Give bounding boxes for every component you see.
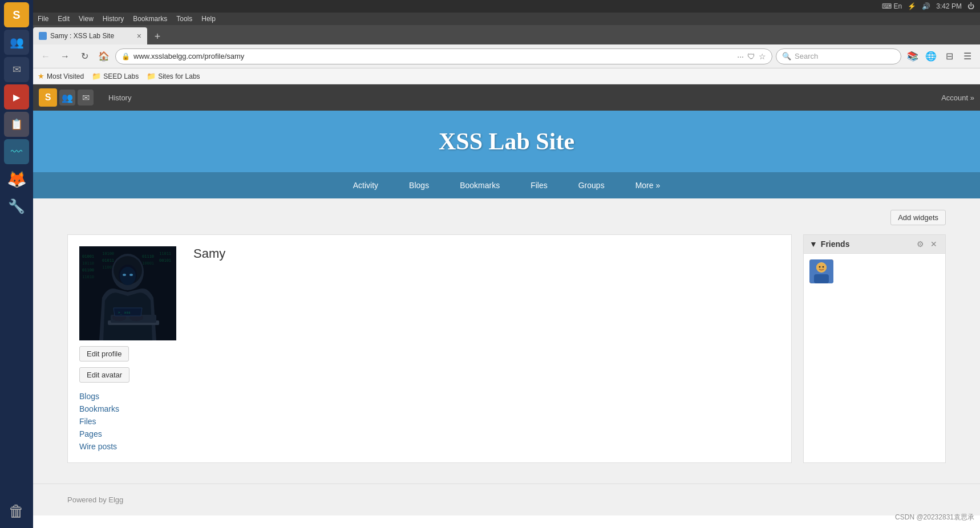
svg-text:01001: 01001 <box>82 254 94 259</box>
nav-files[interactable]: Files <box>524 177 554 193</box>
site-app-history[interactable]: History <box>104 91 136 104</box>
library-icon[interactable]: 📚 <box>905 48 921 64</box>
svg-text:10110: 10110 <box>82 261 94 266</box>
content-layout: 01001 10110 01100 11010 10100 01011 1100… <box>67 234 946 463</box>
s-app-icon[interactable]: S <box>4 2 29 27</box>
forward-button[interactable]: → <box>57 48 73 64</box>
search-icon: 🔍 <box>782 52 791 60</box>
footer-text: Powered by Elgg <box>67 495 123 504</box>
profile-link-files[interactable]: Files <box>79 417 182 426</box>
account-link[interactable]: Account » <box>941 94 974 102</box>
profile-avatar-image: 01001 10110 01100 11010 10100 01011 1100… <box>79 246 176 340</box>
watermark: CSDN @20232831袁思承 <box>895 513 974 522</box>
bookmark-most-visited[interactable]: ★ Most Visited <box>38 72 84 80</box>
svg-point-20 <box>123 274 126 276</box>
profile-link-pages[interactable]: Pages <box>79 429 182 438</box>
widget-title-text: Friends <box>821 239 850 249</box>
menu-bar: File Edit View History Bookmarks Tools H… <box>33 13 980 25</box>
profile-link-wire-posts[interactable]: Wire posts <box>79 442 182 451</box>
nav-right-icons: 📚 🌐 ⊟ ☰ <box>905 48 975 64</box>
nav-groups[interactable]: Groups <box>572 177 612 193</box>
new-tab-button[interactable]: + <box>149 29 165 44</box>
svg-text:10100: 10100 <box>102 251 114 256</box>
tab-bar: Samy : XSS Lab Site × + <box>33 25 980 44</box>
url-menu-icon[interactable]: ··· <box>737 52 744 61</box>
profile-avatar-section: 01001 10110 01100 11010 10100 01011 1100… <box>79 246 182 451</box>
back-button[interactable]: ← <box>38 48 54 64</box>
home-button[interactable]: 🏠 <box>96 48 112 64</box>
svg-text:10001: 10001 <box>142 261 154 266</box>
edit-profile-button[interactable]: Edit profile <box>79 346 129 362</box>
widget-close-icon[interactable]: ✕ <box>928 238 939 250</box>
site-header: XSS Lab Site <box>33 111 980 172</box>
widget-title: ▼ Friends <box>809 239 849 249</box>
nav-more[interactable]: More » <box>629 177 667 193</box>
bookmark-seed-labs[interactable]: 📁 SEED Labs <box>92 72 139 80</box>
firefox-app-icon[interactable]: 🦊 <box>4 166 29 192</box>
url-bar[interactable]: 🔒 www.xsslabelgg.com/profile/samy ··· 🛡 … <box>115 48 772 64</box>
edit-avatar-button[interactable]: Edit avatar <box>79 367 129 383</box>
site-app-bar: S 👥 ✉ History Account » <box>33 84 980 111</box>
profile-link-bookmarks[interactable]: Bookmarks <box>79 404 182 413</box>
bookmark-seed-labs-label: SEED Labs <box>103 72 139 80</box>
email-app-icon[interactable]: ✉ <box>4 57 29 82</box>
url-star-icon[interactable]: ☆ <box>759 52 766 61</box>
widget-icons: ⚙ ✕ <box>914 238 939 250</box>
nav-blogs[interactable]: Blogs <box>402 177 436 193</box>
hamburger-menu[interactable]: ☰ <box>959 48 975 64</box>
wave-app-icon[interactable]: 〰 <box>4 139 29 164</box>
reload-button[interactable]: ↻ <box>76 48 92 64</box>
nav-activity[interactable]: Activity <box>346 177 385 193</box>
bookmark-sites-for-labs[interactable]: 📁 Sites for Labs <box>147 72 200 80</box>
add-widgets-button[interactable]: Add widgets <box>890 210 946 225</box>
profile-info-section: Samy <box>193 246 780 451</box>
menu-bookmarks[interactable]: Bookmarks <box>133 15 167 23</box>
svg-point-19 <box>120 267 136 285</box>
tab-favicon <box>39 32 47 40</box>
menu-tools[interactable]: Tools <box>176 15 192 23</box>
profile-name: Samy <box>193 246 780 261</box>
folder-sites-icon: 📁 <box>147 72 156 80</box>
trash-icon[interactable]: 🗑 <box>4 498 29 523</box>
widget-body <box>804 254 945 289</box>
friend-avatar-1[interactable] <box>809 259 833 283</box>
menu-help[interactable]: Help <box>201 15 216 23</box>
tools-app-icon[interactable]: 🔧 <box>4 194 29 219</box>
bluetooth-icon: ⚡ <box>908 2 916 10</box>
menu-history[interactable]: History <box>103 15 124 23</box>
site-main: Add widgets 01001 <box>33 198 980 484</box>
tab-close-button[interactable]: × <box>137 31 141 40</box>
book-app-icon[interactable]: 📋 <box>4 112 29 137</box>
svg-text:01100: 01100 <box>82 268 94 273</box>
site-title: XSS Lab Site <box>33 128 980 155</box>
friend-avatar-svg <box>809 259 833 283</box>
people-app-icon[interactable]: 👥 <box>4 30 29 55</box>
menu-file[interactable]: File <box>38 15 48 23</box>
site-nav: Activity Blogs Bookmarks Files Groups Mo… <box>33 172 980 198</box>
site-app-mail-icon[interactable]: ✉ <box>78 90 94 105</box>
profile-link-blogs[interactable]: Blogs <box>79 392 182 401</box>
red-app-icon[interactable]: ▶ <box>4 84 29 109</box>
system-bar-right: ⌨ En ⚡ 🔊 3:42 PM ⏻ <box>882 2 974 10</box>
active-tab[interactable]: Samy : XSS Lab Site × <box>33 27 147 44</box>
volume-icon: 🔊 <box>922 2 930 10</box>
search-bar[interactable]: 🔍 Search <box>776 48 901 64</box>
svg-text:>_ xss: >_ xss <box>118 310 131 315</box>
search-placeholder: Search <box>795 52 818 60</box>
widget-header: ▼ Friends ⚙ ✕ <box>804 235 945 254</box>
site-app-group-icon[interactable]: 👥 <box>59 90 75 105</box>
svg-point-28 <box>823 266 824 268</box>
lock-icon: 🔒 <box>122 52 130 60</box>
bookmark-star-icon[interactable]: 🛡 <box>747 52 755 61</box>
profile-card: 01001 10110 01100 11010 10100 01011 1100… <box>67 234 792 463</box>
star-icon: ★ <box>38 72 44 80</box>
menu-edit[interactable]: Edit <box>58 15 70 23</box>
widget-settings-icon[interactable]: ⚙ <box>914 238 926 250</box>
svg-text:01110: 01110 <box>142 254 154 259</box>
globe-icon[interactable]: 🌐 <box>923 48 939 64</box>
sidebar-icon[interactable]: ⊟ <box>941 48 957 64</box>
menu-view[interactable]: View <box>79 15 94 23</box>
svg-text:00101: 00101 <box>159 258 171 263</box>
site-app-home-icon[interactable]: S <box>39 88 57 107</box>
nav-bookmarks[interactable]: Bookmarks <box>453 177 507 193</box>
